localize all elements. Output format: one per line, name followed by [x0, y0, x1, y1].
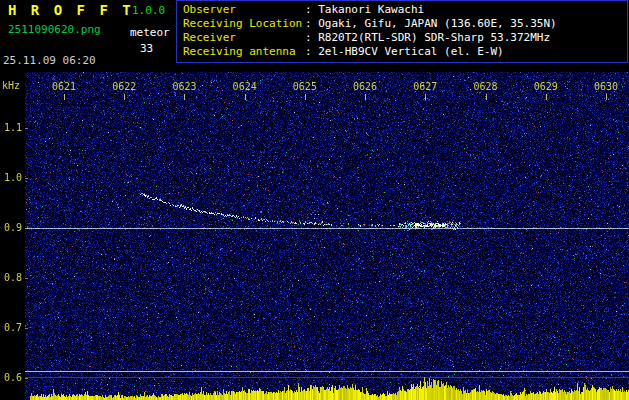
- freq-tick-label: 1.0: [0, 172, 22, 184]
- hrofft-screen: H R O F F T 1.0.0 2511090620.png meteor …: [0, 0, 629, 400]
- freq-tick-label: 0.6: [0, 372, 22, 384]
- time-tick-label: 0625: [289, 81, 321, 93]
- time-tick-label: 0622: [108, 81, 140, 93]
- info-value: : Takanori Kawachi: [305, 3, 424, 17]
- time-tick-label: 0629: [530, 81, 562, 93]
- freq-axis-unit: kHz: [2, 80, 20, 91]
- info-row-antenna: Receiving antenna: 2el-HB9CV Vertical (e…: [183, 45, 627, 59]
- info-label: Receiving antenna: [183, 45, 305, 59]
- header: H R O F F T 1.0.0 2511090620.png meteor …: [0, 0, 629, 72]
- info-row-location: Receiving Location: Ogaki, Gifu, JAPAN (…: [183, 17, 627, 31]
- info-value: : 2el-HB9CV Vertical (el. E-W): [305, 45, 504, 59]
- time-tick-label: 0627: [409, 81, 441, 93]
- freq-tick-label: 0.9: [0, 222, 22, 234]
- info-row-receiver: Receiver: R820T2(RTL-SDR) SDR-Sharp 53.3…: [183, 31, 627, 45]
- freq-tick-label: 0.7: [0, 322, 22, 334]
- time-tick-label: 0628: [470, 81, 502, 93]
- meteor-count: 33: [140, 42, 153, 55]
- info-value: : Ogaki, Gifu, JAPAN (136.60E, 35.35N): [305, 17, 557, 31]
- freq-tick-label: 0.8: [0, 272, 22, 284]
- info-row-observer: Observer: Takanori Kawachi: [183, 3, 627, 17]
- freq-tick-label: 1.1: [0, 122, 22, 134]
- timestamp: 25.11.09 06:20: [3, 54, 96, 67]
- info-label: Receiver: [183, 31, 305, 45]
- observer-info-panel: Observer: Takanori Kawachi Receiving Loc…: [176, 0, 628, 63]
- mode-label: meteor: [130, 26, 170, 39]
- info-label: Observer: [183, 3, 305, 17]
- time-tick-label: 0630: [590, 81, 622, 93]
- info-label: Receiving Location: [183, 17, 305, 31]
- spectrogram-canvas: [0, 72, 629, 400]
- output-filename: 2511090620.png: [8, 23, 101, 36]
- time-tick-label: 0621: [48, 81, 80, 93]
- time-tick-label: 0626: [349, 81, 381, 93]
- app-title: H R O F F T: [8, 2, 134, 18]
- time-tick-label: 0623: [168, 81, 200, 93]
- time-tick-label: 0624: [229, 81, 261, 93]
- info-value: : R820T2(RTL-SDR) SDR-Sharp 53.372MHz: [305, 31, 550, 45]
- app-version: 1.0.0: [132, 4, 165, 17]
- spectrogram-panel: kHz 062106220623062406250626062706280629…: [0, 72, 629, 400]
